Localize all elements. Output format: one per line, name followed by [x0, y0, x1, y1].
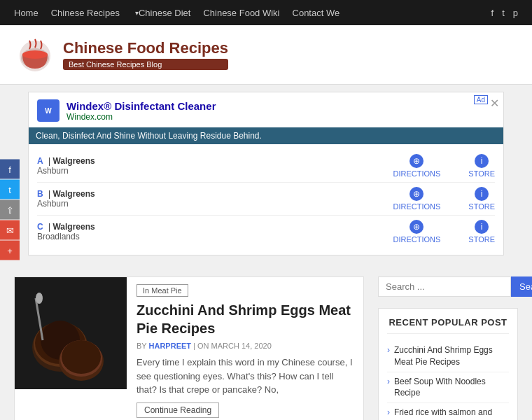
- sidebar: Search RECENT POPULAR POST › Zucchini An…: [378, 276, 518, 420]
- article-1-date: MARCH 14, 2020: [211, 342, 272, 350]
- chevron-icon-3: ›: [387, 407, 390, 417]
- svg-point-2: [22, 50, 48, 59]
- ad-location-c-city: Broadlands: [37, 232, 163, 241]
- ad-logo: W: [37, 99, 59, 122]
- ad-url: Windex.com: [66, 112, 216, 122]
- directions-label-c: DIRECTIONS: [393, 235, 440, 244]
- main-content: In Meat Pie Zucchini And Shrimp Eggs Mea…: [0, 270, 532, 420]
- article-card-1: In Meat Pie Zucchini And Shrimp Eggs Mea…: [14, 276, 364, 420]
- ad-location-a-actions: ⊕ DIRECTIONS i STORE: [393, 154, 495, 178]
- social-sidebar: f t ⇧ ✉ +: [0, 160, 20, 261]
- ad-location-a-city: Ashburn: [37, 166, 163, 176]
- top-nav: Home Chinese Recipes ▾ Chinese Diet Chin…: [0, 0, 532, 25]
- ad-location-a-store: Walgreens: [52, 156, 94, 166]
- nav-social-icons: f t p: [491, 8, 518, 18]
- meat-pie-image: [15, 277, 127, 389]
- sidebar-post-1[interactable]: › Zucchini And Shrimp Eggs Meat Pie Reci…: [387, 341, 509, 372]
- nav-chinese-diet[interactable]: Chinese Diet: [139, 8, 190, 18]
- article-1-excerpt: Every time I explain this word in my Chi…: [136, 356, 354, 397]
- directions-icon-b: ⊕: [410, 187, 424, 201]
- sidebar-post-3-title: Fried rice with salmon and eggs Recipes: [394, 407, 509, 420]
- ad-close-button[interactable]: ✕: [490, 97, 499, 110]
- ad-location-a-label: A | Walgreens Ashburn: [37, 156, 163, 176]
- store-label-c: STORE: [468, 235, 495, 244]
- ad-indicator: Ad: [474, 95, 488, 104]
- twitter-button[interactable]: t: [0, 180, 20, 200]
- share-button[interactable]: ⇧: [0, 200, 20, 220]
- ad-directions-c[interactable]: ⊕ DIRECTIONS: [393, 220, 440, 244]
- article-1-category[interactable]: In Meat Pie: [136, 284, 188, 297]
- recent-popular-title: RECENT POPULAR POST: [387, 317, 509, 334]
- article-1-author[interactable]: HARPREET: [149, 342, 192, 350]
- chevron-icon-2: ›: [387, 377, 390, 386]
- logo-subtitle: Best Chinese Recipes Blog: [63, 59, 228, 70]
- logo[interactable]: Chinese Food Recipes Best Chinese Recipe…: [14, 34, 228, 76]
- ad-location-b-city: Ashburn: [37, 199, 163, 209]
- directions-label-a: DIRECTIONS: [393, 169, 440, 178]
- sidebar-post-2[interactable]: › Beef Soup With Noodles Recipe: [387, 372, 509, 404]
- nav-twitter-icon[interactable]: t: [502, 8, 505, 18]
- site-header: Chinese Food Recipes Best Chinese Recipe…: [0, 25, 532, 85]
- ad-location-b-store: Walgreens: [52, 189, 94, 199]
- ad-location-b: B | Walgreens Ashburn ⊕ DIRECTIONS i STO…: [37, 183, 495, 216]
- store-label-b: STORE: [468, 202, 495, 211]
- search-box: Search: [378, 276, 518, 297]
- svg-point-12: [36, 293, 43, 304]
- logo-icon: [14, 34, 56, 76]
- nav-pinterest-icon[interactable]: p: [513, 8, 518, 18]
- ad-location-a-letter: A: [37, 156, 43, 166]
- ad-text: Windex® Disinfectant Cleaner Windex.com: [66, 100, 216, 122]
- store-icon-b: i: [475, 187, 489, 201]
- ad-title: Windex® Disinfectant Cleaner: [66, 100, 216, 112]
- nav-contact[interactable]: Contact We: [293, 8, 340, 18]
- articles-column: In Meat Pie Zucchini And Shrimp Eggs Mea…: [14, 276, 364, 420]
- article-1-title[interactable]: Zucchini And Shrimp Eggs Meat Pie Recipe…: [136, 301, 354, 337]
- ad-store-a[interactable]: i STORE: [468, 154, 495, 178]
- ad-location-c-label: C | Walgreens Broadlands: [37, 222, 163, 241]
- ad-directions-b[interactable]: ⊕ DIRECTIONS: [393, 187, 440, 211]
- ad-store-c[interactable]: i STORE: [468, 220, 495, 244]
- email-button[interactable]: ✉: [0, 220, 20, 240]
- ad-locations: A | Walgreens Ashburn ⊕ DIRECTIONS i STO…: [37, 150, 495, 248]
- ad-location-c-store: Walgreens: [52, 222, 94, 232]
- sidebar-post-2-title: Beef Soup With Noodles Recipe: [394, 376, 509, 400]
- nav-facebook-icon[interactable]: f: [491, 8, 494, 18]
- article-1-image: [15, 277, 127, 389]
- chevron-icon-1: ›: [387, 345, 390, 355]
- nav-home[interactable]: Home: [14, 8, 38, 18]
- article-1-continue-button[interactable]: Continue Reading: [136, 402, 219, 418]
- logo-text: Chinese Food Recipes Best Chinese Recipe…: [63, 39, 228, 70]
- directions-icon-a: ⊕: [410, 154, 424, 168]
- nav-chinese-food-wiki[interactable]: Chinese Food Wiki: [203, 8, 279, 18]
- directions-label-b: DIRECTIONS: [393, 202, 440, 211]
- ad-store-b[interactable]: i STORE: [468, 187, 495, 211]
- ad-location-b-label: B | Walgreens Ashburn: [37, 189, 163, 209]
- plus-button[interactable]: +: [0, 241, 20, 260]
- nav-chinese-recipes-link[interactable]: Chinese Recipes: [51, 8, 120, 18]
- ad-location-c-actions: ⊕ DIRECTIONS i STORE: [393, 220, 495, 244]
- ad-location-a: A | Walgreens Ashburn ⊕ DIRECTIONS i STO…: [37, 150, 495, 183]
- directions-icon-c: ⊕: [410, 220, 424, 234]
- sidebar-post-3[interactable]: › Fried rice with salmon and eggs Recipe…: [387, 403, 509, 420]
- facebook-button[interactable]: f: [0, 160, 20, 179]
- ad-location-b-actions: ⊕ DIRECTIONS i STORE: [393, 187, 495, 211]
- ad-header: W Windex® Disinfectant Cleaner Windex.co…: [37, 99, 495, 122]
- logo-title: Chinese Food Recipes: [63, 39, 228, 57]
- ad-location-c-letter: C: [37, 222, 43, 232]
- article-1-meta: BY HARPREET | ON MARCH 14, 2020: [136, 342, 354, 350]
- store-label-a: STORE: [468, 169, 495, 178]
- search-button[interactable]: Search: [511, 276, 532, 297]
- ad-banner: Ad ✕ W Windex® Disinfectant Cleaner Wind…: [28, 92, 504, 255]
- ad-directions-a[interactable]: ⊕ DIRECTIONS: [393, 154, 440, 178]
- ad-location-c: C | Walgreens Broadlands ⊕ DIRECTIONS i …: [37, 216, 495, 248]
- ad-location-b-letter: B: [37, 189, 43, 199]
- nav-chinese-recipes[interactable]: Chinese Recipes ▾: [51, 8, 139, 18]
- svg-point-10: [62, 340, 101, 374]
- store-icon-a: i: [475, 154, 489, 168]
- sidebar-post-1-title: Zucchini And Shrimp Eggs Meat Pie Recipe…: [394, 344, 509, 368]
- article-1-body: In Meat Pie Zucchini And Shrimp Eggs Mea…: [127, 277, 363, 420]
- recent-popular-section: RECENT POPULAR POST › Zucchini And Shrim…: [378, 308, 518, 420]
- search-input[interactable]: [378, 276, 511, 297]
- store-icon-c: i: [475, 220, 489, 234]
- ad-description: Clean, Disinfect And Shine Without Leavi…: [29, 127, 503, 144]
